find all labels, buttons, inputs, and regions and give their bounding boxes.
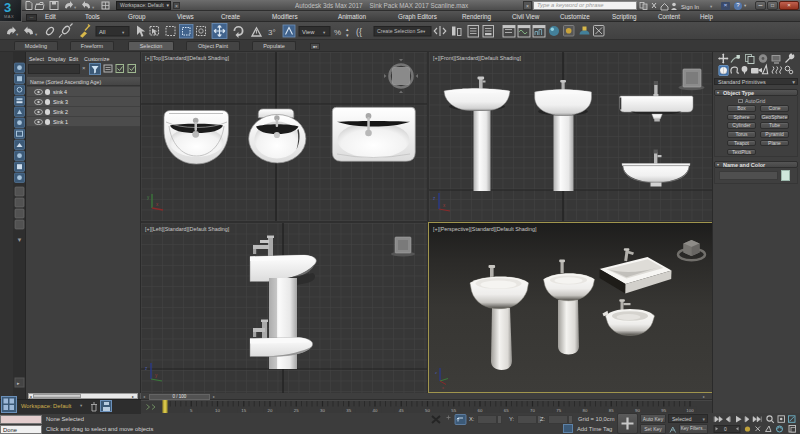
svg-text:65: 65 — [504, 408, 509, 413]
svg-text:%: % — [334, 28, 341, 37]
svg-text:15: 15 — [241, 408, 246, 413]
svg-text:▾: ▾ — [710, 4, 713, 9]
svg-text:({: ({ — [356, 27, 362, 37]
svg-text:55: 55 — [451, 408, 456, 413]
svg-text:▾: ▾ — [35, 32, 38, 37]
svg-text:100: 100 — [686, 408, 694, 413]
svg-text:95: 95 — [661, 408, 666, 413]
svg-text:45: 45 — [399, 408, 404, 413]
svg-text:30: 30 — [320, 408, 325, 413]
svg-text:[+][Left][Standard][Default Sh: [+][Left][Standard][Default Shading] — [145, 226, 230, 232]
svg-text:70: 70 — [530, 408, 535, 413]
svg-text:85: 85 — [609, 408, 614, 413]
svg-text:75: 75 — [556, 408, 561, 413]
svg-text:10: 10 — [215, 408, 220, 413]
svg-text:40: 40 — [373, 408, 378, 413]
svg-text:[+][Top][Standard][Default Sha: [+][Top][Standard][Default Shading] — [145, 55, 230, 61]
svg-text:▾: ▾ — [346, 32, 349, 38]
svg-text:▾: ▾ — [74, 5, 77, 10]
svg-text:80: 80 — [583, 408, 588, 413]
svg-text:50: 50 — [425, 408, 430, 413]
svg-text:All: All — [99, 29, 105, 35]
svg-text:35: 35 — [346, 408, 351, 413]
svg-text:[+][Front][Standard][Default S: [+][Front][Standard][Default Shading] — [433, 55, 521, 61]
svg-text:3°: 3° — [268, 28, 276, 37]
svg-text:▼: ▼ — [17, 237, 23, 243]
svg-text:View: View — [302, 29, 315, 35]
svg-text:0: 0 — [724, 426, 727, 432]
svg-text:▾: ▾ — [92, 5, 95, 10]
svg-text:▾: ▾ — [16, 32, 19, 37]
svg-text:20: 20 — [268, 408, 273, 413]
svg-text:60: 60 — [478, 408, 483, 413]
svg-text:25: 25 — [294, 408, 299, 413]
svg-text:Create Selection Se: Create Selection Se — [377, 28, 423, 34]
svg-text:Sign In: Sign In — [681, 4, 699, 10]
